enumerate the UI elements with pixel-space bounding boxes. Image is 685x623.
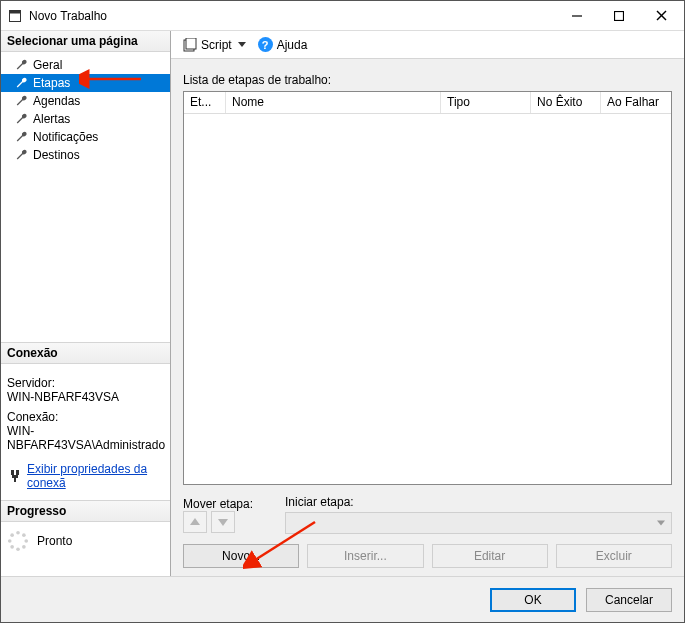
toolbar: Script ? Ajuda <box>171 31 684 59</box>
grid-body <box>184 114 671 484</box>
column-type[interactable]: Tipo <box>441 92 531 113</box>
chevron-down-icon <box>657 521 665 526</box>
chevron-down-icon <box>238 42 246 47</box>
annotation-arrow-icon <box>243 516 323 570</box>
titlebar: Novo Trabalho <box>1 1 684 31</box>
page-label: Geral <box>33 58 62 72</box>
page-label: Alertas <box>33 112 70 126</box>
page-item-alertas[interactable]: Alertas <box>1 110 170 128</box>
svg-point-13 <box>8 539 12 543</box>
connection-icon <box>7 468 23 484</box>
insert-button[interactable]: Inserir... <box>307 544 423 568</box>
main-content: Lista de etapas de trabalho: Et... Nome … <box>171 59 684 576</box>
start-step-label: Iniciar etapa: <box>285 495 672 509</box>
script-icon <box>183 38 197 52</box>
page-label: Destinos <box>33 148 80 162</box>
connection-value: WIN-NBFARF43VSA\Administrado <box>7 424 164 452</box>
column-step[interactable]: Et... <box>184 92 226 113</box>
window-controls <box>556 2 682 30</box>
window-title: Novo Trabalho <box>29 9 556 23</box>
progress-panel: Progresso Pronto <box>1 500 170 576</box>
maximize-button[interactable] <box>598 2 640 30</box>
move-up-button[interactable] <box>183 511 207 533</box>
connection-header: Conexão <box>1 343 170 364</box>
svg-point-14 <box>10 533 14 537</box>
left-pane: Selecionar uma página Geral Etapas Agend… <box>1 31 171 576</box>
svg-rect-3 <box>615 11 624 20</box>
connection-properties-link[interactable]: Exibir propriedades da conexã <box>7 462 164 490</box>
move-down-button[interactable] <box>211 511 235 533</box>
column-onsuccess[interactable]: No Êxito <box>531 92 601 113</box>
column-name[interactable]: Nome <box>226 92 441 113</box>
progress-status: Pronto <box>37 534 72 548</box>
svg-rect-16 <box>186 38 196 49</box>
script-label: Script <box>201 38 232 52</box>
pages-header: Selecionar uma página <box>1 31 170 52</box>
server-label: Servidor: <box>7 376 164 390</box>
close-button[interactable] <box>640 2 682 30</box>
page-label: Etapas <box>33 76 70 90</box>
help-button[interactable]: ? Ajuda <box>254 34 312 56</box>
help-label: Ajuda <box>277 38 308 52</box>
connection-label: Conexão: <box>7 410 164 424</box>
server-value: WIN-NBFARF43VSA <box>7 390 164 404</box>
svg-point-7 <box>16 531 20 535</box>
app-icon <box>7 8 23 24</box>
right-pane: Script ? Ajuda Lista de etapas de trabal… <box>171 31 684 576</box>
delete-button[interactable]: Excluir <box>556 544 672 568</box>
svg-point-9 <box>24 539 28 543</box>
script-dropdown[interactable]: Script <box>179 34 250 56</box>
connection-panel: Conexão Servidor: WIN-NBFARF43VSA Conexã… <box>1 342 170 500</box>
dialog-window: Novo Trabalho Selecionar uma página Gera… <box>0 0 685 623</box>
dialog-footer: OK Cancelar <box>1 576 684 622</box>
svg-point-11 <box>16 547 20 551</box>
arrow-up-icon <box>189 516 201 528</box>
spinner-icon <box>7 530 29 552</box>
page-label: Agendas <box>33 94 80 108</box>
start-step-combo[interactable] <box>285 512 672 534</box>
annotation-arrow-icon <box>79 67 149 91</box>
dialog-body: Selecionar uma página Geral Etapas Agend… <box>1 31 684 576</box>
svg-line-17 <box>255 522 315 560</box>
svg-point-12 <box>10 545 14 549</box>
arrow-down-icon <box>217 516 229 528</box>
page-item-agendas[interactable]: Agendas <box>1 92 170 110</box>
progress-header: Progresso <box>1 501 170 522</box>
page-label: Notificações <box>33 130 98 144</box>
ok-button[interactable]: OK <box>490 588 576 612</box>
cancel-button[interactable]: Cancelar <box>586 588 672 612</box>
move-step-label: Mover etapa: <box>183 497 267 511</box>
connection-properties-text: Exibir propriedades da conexã <box>27 462 164 490</box>
help-icon: ? <box>258 37 273 52</box>
grid-header-row: Et... Nome Tipo No Êxito Ao Falhar <box>184 92 671 114</box>
steps-list-label: Lista de etapas de trabalho: <box>183 73 672 87</box>
page-item-destinos[interactable]: Destinos <box>1 146 170 164</box>
page-item-notificacoes[interactable]: Notificações <box>1 128 170 146</box>
steps-grid[interactable]: Et... Nome Tipo No Êxito Ao Falhar <box>183 91 672 485</box>
svg-rect-1 <box>10 10 21 13</box>
edit-button[interactable]: Editar <box>432 544 548 568</box>
column-onfailure[interactable]: Ao Falhar <box>601 92 671 113</box>
svg-point-8 <box>22 533 26 537</box>
svg-point-10 <box>22 545 26 549</box>
minimize-button[interactable] <box>556 2 598 30</box>
